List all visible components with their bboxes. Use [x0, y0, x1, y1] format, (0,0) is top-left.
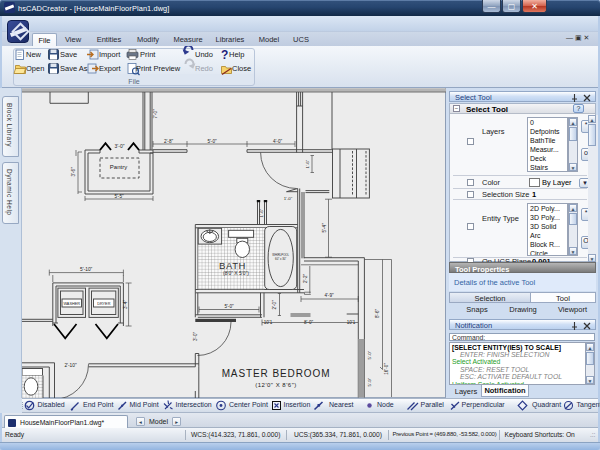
svg-text:5'-9": 5'-9": [367, 377, 372, 386]
svg-text:2'-2": 2'-2": [303, 274, 308, 284]
svg-text:1'-6": 1'-6": [259, 208, 264, 217]
svg-text:DRYER: DRYER: [97, 302, 110, 306]
svg-text:3'-0": 3'-0": [193, 332, 198, 342]
svg-text:5'-0": 5'-0": [367, 350, 372, 359]
svg-text:10'1: 10'1: [347, 320, 356, 325]
svg-text:WASHER: WASHER: [63, 302, 80, 306]
svg-text:5'-4": 5'-4": [322, 223, 327, 233]
svg-text:60" x 30": 60" x 30": [275, 257, 286, 261]
svg-text:1'-6": 1'-6": [305, 159, 310, 168]
svg-text:?: ?: [221, 48, 228, 62]
svg-text:8'-6": 8'-6": [375, 309, 380, 319]
svg-text:1'-0": 1'-0": [284, 196, 293, 201]
svg-text:5'-0": 5'-0": [224, 304, 234, 309]
svg-text:(8'0" X 5'0"): (8'0" X 5'0"): [223, 270, 249, 276]
svg-text:3'-6": 3'-6": [71, 167, 76, 177]
svg-text:2'-0": 2'-0": [272, 300, 277, 310]
svg-text:7'-0": 7'-0": [153, 109, 158, 119]
svg-text:16'-0": 16'-0": [384, 363, 389, 375]
svg-text:5'-0": 5'-0": [207, 139, 217, 144]
svg-text:2'-10": 2'-10": [64, 363, 77, 368]
svg-text:Pantry: Pantry: [110, 164, 127, 170]
svg-text:10'1: 10'1: [264, 320, 273, 325]
svg-text:3'-4": 3'-4": [123, 300, 128, 310]
svg-text:BATH: BATH: [219, 260, 246, 271]
svg-text:4'-0": 4'-0": [273, 139, 283, 144]
svg-text:3'-0": 3'-0": [115, 143, 125, 149]
svg-text:5'-5": 5'-5": [114, 194, 124, 199]
svg-text:5'-10": 5'-10": [80, 267, 93, 272]
svg-text:2'-8": 2'-8": [164, 139, 174, 144]
svg-text:4'-9": 4'-9": [324, 293, 334, 298]
svg-text:(12'0" X 8'6"): (12'0" X 8'6"): [255, 382, 297, 388]
svg-text:8'-0": 8'-0": [304, 320, 314, 325]
svg-text:MASTER BEDROOM: MASTER BEDROOM: [222, 368, 331, 379]
